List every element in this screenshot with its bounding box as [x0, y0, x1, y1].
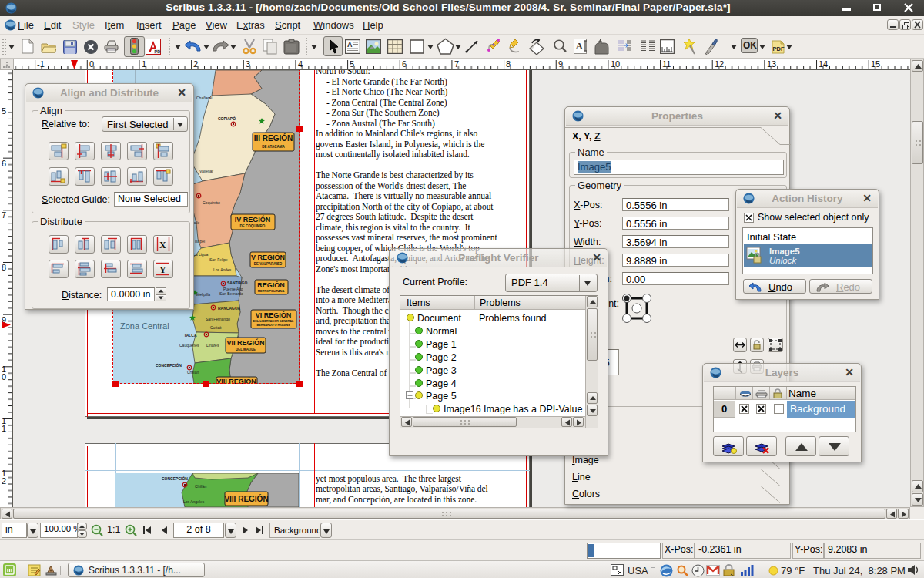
- svg-text:Chillán: Chillán: [195, 484, 207, 489]
- svg-text:PDF: PDF: [773, 45, 785, 52]
- svg-text:PDF: PDF: [155, 49, 162, 54]
- svg-text:Problems found: Problems found: [479, 313, 547, 324]
- svg-text:-1: -1: [37, 59, 45, 69]
- svg-text:Page 1: Page 1: [426, 339, 457, 350]
- svg-text:Y: Y: [159, 264, 166, 275]
- svg-text:7: 7: [2, 210, 6, 220]
- svg-text:5: 5: [2, 106, 6, 116]
- svg-text:A: A: [576, 40, 584, 52]
- svg-text:9: 9: [558, 59, 563, 69]
- svg-text:2: 2: [2, 476, 6, 486]
- svg-text:3: 3: [246, 59, 250, 69]
- svg-text:13: 13: [767, 59, 776, 69]
- svg-text:0: 0: [2, 372, 6, 381]
- svg-text:VIII REGIÓN: VIII REGIÓN: [224, 494, 268, 503]
- svg-text:Image16 Image has a DPI-Value: Image16 Image has a DPI-Value les: [444, 404, 592, 414]
- svg-text:12: 12: [715, 59, 724, 69]
- svg-text:6: 6: [402, 59, 407, 69]
- svg-text:5: 5: [350, 59, 354, 69]
- svg-text:10: 10: [611, 59, 620, 69]
- svg-text:6: 6: [2, 159, 6, 168]
- svg-text:4: 4: [298, 59, 303, 69]
- svg-text:Page 5: Page 5: [426, 391, 457, 402]
- svg-text:15: 15: [871, 59, 880, 69]
- svg-text:14: 14: [819, 59, 828, 69]
- svg-text:Page 4: Page 4: [426, 378, 457, 389]
- svg-text:CONCEPCIÓN: CONCEPCIÓN: [162, 476, 188, 481]
- svg-text:0: 0: [89, 59, 94, 69]
- svg-text:Normal: Normal: [426, 326, 457, 337]
- svg-text:7: 7: [454, 59, 459, 69]
- svg-text:Page 2: Page 2: [426, 352, 457, 363]
- svg-text:2: 2: [193, 59, 198, 69]
- svg-text:1: 1: [2, 424, 6, 433]
- svg-text:X: X: [159, 240, 166, 250]
- svg-text:Los Angeles: Los Angeles: [183, 499, 205, 504]
- svg-text:Page 3: Page 3: [426, 365, 457, 376]
- svg-text:8: 8: [506, 59, 511, 69]
- svg-text:Document: Document: [417, 313, 461, 324]
- svg-text:8: 8: [2, 263, 6, 272]
- svg-text:A: A: [347, 41, 353, 49]
- svg-text:11: 11: [662, 59, 671, 69]
- svg-text:1: 1: [142, 59, 146, 69]
